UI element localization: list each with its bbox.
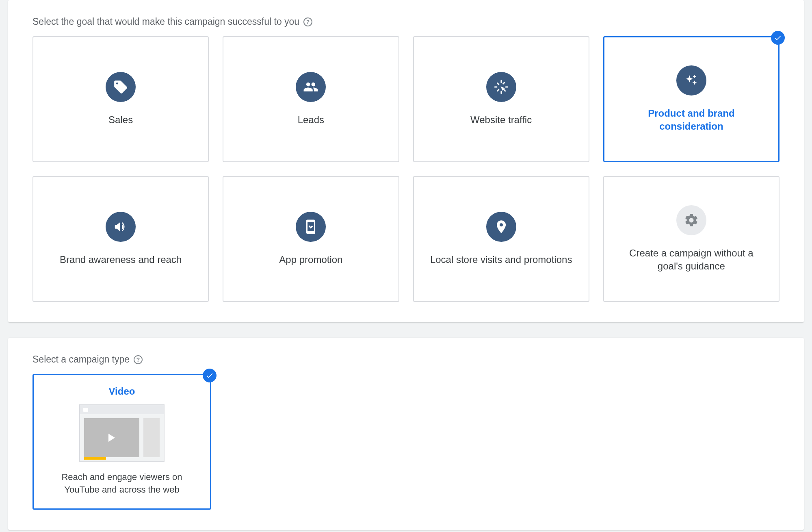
campaign-type-description: Reach and engage viewers on YouTube and … xyxy=(49,471,195,496)
check-icon xyxy=(203,369,217,382)
click-icon xyxy=(486,72,516,102)
campaign-type-heading-text: Select a campaign type xyxy=(32,354,130,365)
tag-icon xyxy=(106,72,136,102)
campaign-type-card-video[interactable]: Video Reach and engage viewers on YouTub… xyxy=(32,374,211,510)
sparkle-icon xyxy=(676,65,706,96)
goal-card-sales[interactable]: Sales xyxy=(32,36,209,162)
goal-card-no-goal[interactable]: Create a campaign without a goal's guida… xyxy=(603,176,780,302)
goal-card-brand-awareness[interactable]: Brand awareness and reach xyxy=(32,176,209,302)
people-icon xyxy=(296,72,326,102)
goal-card-app-promotion[interactable]: App promotion xyxy=(223,176,399,302)
goal-label: Create a campaign without a goal's guida… xyxy=(618,247,764,273)
check-icon xyxy=(771,31,785,45)
goal-card-website-traffic[interactable]: Website traffic xyxy=(413,36,589,162)
video-thumbnail-icon xyxy=(79,404,165,462)
goal-heading: Select the goal that would make this cam… xyxy=(32,16,780,27)
app-download-icon xyxy=(296,212,326,242)
goal-label: Website traffic xyxy=(470,113,532,126)
campaign-type-heading: Select a campaign type ? xyxy=(32,354,780,365)
goal-label: App promotion xyxy=(279,253,342,266)
goal-heading-text: Select the goal that would make this cam… xyxy=(32,16,299,27)
goal-label: Product and brand consideration xyxy=(618,107,764,133)
goal-label: Sales xyxy=(108,113,133,126)
goal-card-local-store[interactable]: Local store visits and promotions xyxy=(413,176,589,302)
megaphone-icon xyxy=(106,212,136,242)
gear-icon xyxy=(676,205,706,235)
help-icon[interactable]: ? xyxy=(134,355,143,364)
goal-label: Brand awareness and reach xyxy=(60,253,182,266)
campaign-type-panel: Select a campaign type ? Video Reach and… xyxy=(8,338,804,530)
goal-label: Leads xyxy=(298,113,324,126)
goal-panel: Select the goal that would make this cam… xyxy=(8,0,804,322)
help-icon[interactable]: ? xyxy=(303,17,312,26)
goal-grid: Sales Leads Website traffic xyxy=(32,36,780,302)
goal-card-leads[interactable]: Leads xyxy=(223,36,399,162)
goal-card-product-brand-consideration[interactable]: Product and brand consideration xyxy=(603,36,780,162)
location-pin-icon xyxy=(486,212,516,242)
campaign-type-row: Video Reach and engage viewers on YouTub… xyxy=(32,374,780,510)
goal-label: Local store visits and promotions xyxy=(430,253,572,266)
campaign-type-title: Video xyxy=(46,386,198,397)
